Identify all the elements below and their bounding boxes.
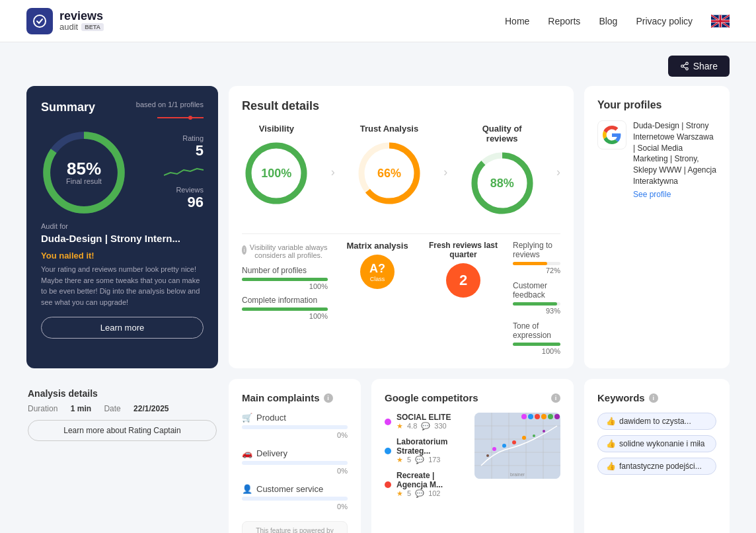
profiles-scroll[interactable]: Duda-Design | Strony Internetowe Warszaw… <box>597 120 716 199</box>
complaint-product: 🛒 Product 0% <box>242 413 348 439</box>
svg-point-34 <box>528 414 533 419</box>
svg-point-32 <box>486 454 489 457</box>
learn-more-button[interactable]: Learn more <box>41 317 204 339</box>
main: Share Summary based on 1/1 profiles <box>0 42 756 533</box>
logo-audit-text: audit BETA <box>59 22 104 32</box>
big-circle: 85% Final result <box>41 130 127 216</box>
keyword-1: 👍 dawidem to czysta... <box>597 413 716 430</box>
sub-metric-complete: Complete information 100% <box>242 296 328 320</box>
delivery-icon: 🚗 <box>242 448 252 458</box>
reviews-block: Reviews 96 <box>164 186 204 211</box>
sub-metric-tone: Tone of expression 100% <box>513 321 560 355</box>
svg-point-31 <box>543 430 545 432</box>
profiles-title: Your profiles <box>597 99 716 111</box>
thumb-up-icon-3: 👍 <box>606 462 616 471</box>
powered-by: This feature is powered by ★★★★★ RatingC… <box>242 521 348 533</box>
svg-point-37 <box>548 414 553 419</box>
profile-item: Duda-Design | Strony Internetowe Warszaw… <box>597 120 716 199</box>
flag-icon[interactable] <box>711 15 730 28</box>
scatter-plot: brainer <box>474 413 560 479</box>
svg-point-3 <box>681 65 683 67</box>
grid-top: Summary based on 1/1 profiles <box>26 86 730 368</box>
grid-bottom: Analysis details Duration 1 min Date 22/… <box>26 379 730 533</box>
google-logo <box>597 120 626 149</box>
competitors-title: Google competitors i <box>385 392 560 403</box>
sub-metric-profiles: Number of profiles 100% <box>242 266 328 290</box>
vis-arrow[interactable]: › <box>331 124 335 220</box>
nav-blog[interactable]: Blog <box>599 16 617 26</box>
svg-point-8 <box>188 116 192 120</box>
svg-line-6 <box>683 64 686 65</box>
competitors-content: SOCIAL ELITE ★ 4.8 💬 330 <box>385 413 560 505</box>
quality-circle: 88% <box>469 150 535 216</box>
svg-point-0 <box>34 15 46 27</box>
profile-info: Duda-Design | Strony Internetowe Warszaw… <box>633 120 716 199</box>
svg-point-4 <box>685 67 688 70</box>
dot-1 <box>385 419 391 425</box>
matrix-block: Matrix analysis A? Class <box>341 241 414 355</box>
result-details-card: Result details Visibility 100% › <box>229 86 574 368</box>
summary-card: Summary based on 1/1 profiles <box>26 86 218 368</box>
keywords-info-icon: i <box>649 393 658 403</box>
right-sub: Replying to reviews 72% Customer feedbac… <box>513 241 560 355</box>
analysis-details-section: Analysis details Duration 1 min Date 22/… <box>26 379 218 533</box>
keyword-2: 👍 solidne wykonanie i miła <box>597 435 716 452</box>
svg-point-28 <box>512 440 516 444</box>
based-on: based on 1/1 profiles <box>136 101 204 108</box>
dot-3 <box>385 481 391 488</box>
share-button[interactable]: Share <box>668 56 730 77</box>
nav-privacy[interactable]: Privacy policy <box>636 16 693 26</box>
sub-metric-replying: Replying to reviews 72% <box>513 241 560 274</box>
svg-line-5 <box>683 67 686 68</box>
nav-home[interactable]: Home <box>505 16 529 26</box>
complaints-info-icon: i <box>324 393 333 403</box>
svg-point-27 <box>502 444 506 448</box>
svg-point-38 <box>554 414 560 419</box>
quality-arrow[interactable]: › <box>556 124 560 220</box>
trust-metric: Trust Analysis 66% <box>355 124 424 220</box>
svg-point-35 <box>535 414 540 419</box>
keyword-3: 👍 fantastyczne podejści... <box>597 458 716 475</box>
analysis-title: Analysis details <box>28 388 217 399</box>
complaints-card: Main complaints i 🛒 Product 0% 🚗 Deliver… <box>229 379 361 533</box>
see-profile-link[interactable]: See profile <box>633 190 716 199</box>
svg-point-36 <box>541 414 547 419</box>
audit-name: Duda-Design | Strony Intern... <box>41 233 204 244</box>
share-row: Share <box>26 56 730 77</box>
rating-reviews-block: Rating 5 Reviews 96 <box>164 134 204 211</box>
logo-text: reviews audit BETA <box>59 10 104 32</box>
complaint-customer-service: 👤 Customer service 0% <box>242 484 348 511</box>
competitors-list: SOCIAL ELITE ★ 4.8 💬 330 <box>385 413 464 505</box>
product-icon: 🛒 <box>242 413 252 423</box>
service-icon: 👤 <box>242 484 252 494</box>
rating-block: Rating 5 <box>164 134 204 159</box>
svg-point-30 <box>533 434 535 437</box>
svg-point-29 <box>522 436 526 440</box>
keywords-card: Keywords i 👍 dawidem to czysta... 👍 soli… <box>584 379 730 533</box>
logo-icon <box>26 8 53 34</box>
svg-text:brainer: brainer <box>510 472 525 477</box>
fresh-block: Fresh reviews last quarter 2 <box>427 241 500 355</box>
competitor-3: Recreate | Agencja M... ★ 5 💬 102 <box>385 471 464 498</box>
competitor-2: Laboratorium Strateg... ★ 5 💬 173 <box>385 437 464 464</box>
svg-point-26 <box>492 447 496 451</box>
info-icon: i <box>242 245 246 255</box>
trust-circle: 66% <box>356 140 422 206</box>
complaints-title: Main complaints i <box>242 392 348 403</box>
summary-right: based on 1/1 profiles <box>136 101 204 123</box>
rating-captain-button[interactable]: Learn more about Rating Captain <box>28 420 217 441</box>
svg-point-33 <box>521 414 527 419</box>
audit-for-label: Audit for <box>41 222 204 230</box>
beta-badge: BETA <box>81 23 104 31</box>
sub-metric-feedback: Customer feedback 93% <box>513 281 560 315</box>
bottom-middle: Main complaints i 🛒 Product 0% 🚗 Deliver… <box>229 379 574 533</box>
visibility-circle: 100% <box>243 140 309 206</box>
logo: reviews audit BETA <box>26 8 104 34</box>
thumb-up-icon: 👍 <box>606 417 616 426</box>
keywords-title: Keywords i <box>597 392 716 403</box>
nailed-text: Your rating and reviews number look pret… <box>41 264 204 308</box>
nav-reports[interactable]: Reports <box>548 16 580 26</box>
left-sub: i Visibility variable always considers a… <box>242 241 328 355</box>
trust-arrow[interactable]: › <box>443 124 447 220</box>
complaint-delivery: 🚗 Delivery 0% <box>242 448 348 475</box>
